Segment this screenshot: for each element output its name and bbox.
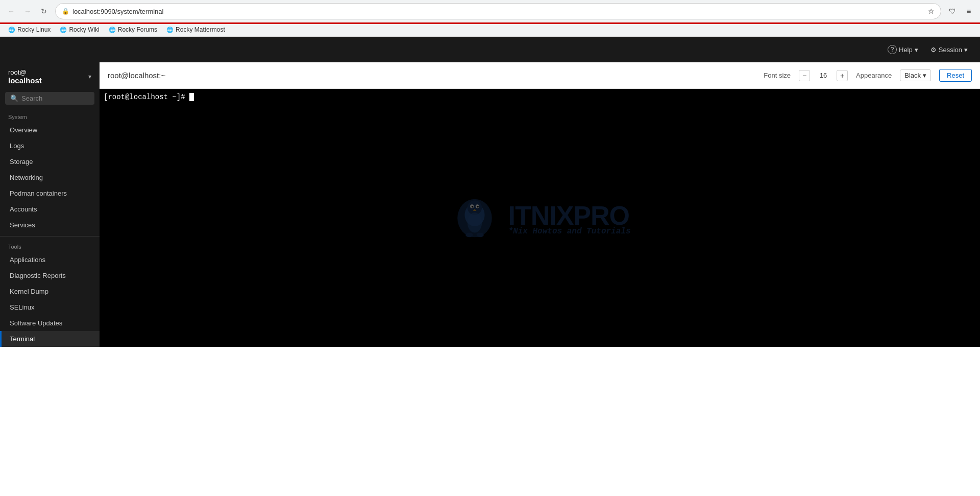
shield-button[interactable]: 🛡 (945, 4, 960, 18)
font-increase-button[interactable]: + (837, 70, 848, 81)
sidebar-item-label: SELinux (10, 303, 34, 311)
sidebar-item-label: Software Updates (10, 319, 62, 327)
svg-point-8 (467, 212, 481, 232)
sidebar-item-podman[interactable]: Podman containers (0, 185, 100, 201)
help-circle-icon: ? (888, 45, 897, 54)
terminal-title: root@localhost:~ (108, 71, 755, 80)
forward-button[interactable]: → (20, 4, 35, 18)
bookmark-rocky-linux[interactable]: 🌐 Rocky Linux (4, 25, 55, 34)
sidebar-item-label: Networking (10, 174, 43, 181)
cockpit-app: ? Help ▾ ⚙ Session ▾ root@ localhost ▾ (0, 37, 980, 347)
svg-point-0 (457, 199, 492, 237)
bookmark-label: Rocky Mattermost (176, 26, 225, 33)
sidebar-item-logs[interactable]: Logs (0, 138, 100, 154)
sidebar-item-label: Terminal (10, 335, 35, 343)
cockpit-body: root@ localhost ▾ 🔍 System Overview Logs… (0, 62, 980, 347)
search-icon: 🔍 (10, 95, 18, 102)
sidebar-section-system: System (0, 110, 100, 122)
search-input[interactable] (21, 95, 100, 102)
sidebar-item-label: Kernel Dump (10, 288, 48, 295)
svg-point-4 (475, 204, 479, 208)
sidebar-item-label: Storage (10, 158, 33, 166)
sidebar-username: root@ (8, 68, 42, 76)
sidebar-divider (0, 236, 100, 237)
browser-actions: 🛡 ≡ (945, 4, 976, 18)
sidebar-item-kernel-dump[interactable]: Kernel Dump (0, 284, 100, 299)
sidebar-search: 🔍 (0, 89, 100, 110)
bookmarks-bar: 🌐 Rocky Linux 🌐 Rocky Wiki 🌐 Rocky Forum… (0, 22, 980, 36)
appearance-select[interactable]: Black ▾ (900, 69, 931, 81)
globe-icon: 🌐 (8, 27, 15, 33)
security-icon: 🔒 (62, 8, 69, 15)
svg-point-10 (476, 232, 483, 237)
svg-point-6 (477, 206, 479, 208)
sidebar-item-services[interactable]: Services (0, 217, 100, 233)
back-button[interactable]: ← (4, 4, 18, 18)
gear-icon: ⚙ (930, 46, 937, 54)
sidebar-user-chevron-icon[interactable]: ▾ (88, 73, 91, 80)
sidebar-item-label: Accounts (10, 205, 37, 213)
watermark-tagline: *Nix Howtos and Tutorials (508, 227, 630, 236)
sidebar-hostname: localhost (8, 76, 42, 85)
svg-point-1 (464, 203, 484, 226)
session-button[interactable]: ⚙ Session ▾ (926, 43, 972, 57)
sidebar-item-label: Services (10, 221, 35, 229)
svg-point-3 (470, 204, 474, 208)
sidebar-item-applications[interactable]: Applications (0, 252, 100, 268)
sidebar-section-tools: Tools (0, 240, 100, 252)
sidebar-item-terminal[interactable]: Terminal (0, 331, 100, 347)
search-box[interactable]: 🔍 (5, 92, 94, 105)
sidebar-item-software-updates[interactable]: Software Updates (0, 315, 100, 331)
sidebar-item-storage[interactable]: Storage (0, 154, 100, 170)
svg-point-5 (471, 206, 473, 208)
sidebar-item-accounts[interactable]: Accounts (0, 201, 100, 217)
sidebar-item-networking[interactable]: Networking (0, 170, 100, 185)
globe-icon: 🌐 (60, 27, 67, 33)
session-chevron-icon: ▾ (964, 46, 968, 54)
bookmark-rocky-forums[interactable]: 🌐 Rocky Forums (105, 25, 161, 34)
sidebar-header: root@ localhost ▾ (0, 62, 100, 89)
svg-point-9 (465, 232, 473, 237)
refresh-button[interactable]: ↻ (37, 4, 51, 18)
bookmark-label: Rocky Forums (118, 26, 157, 33)
sidebar-item-label: Podman containers (10, 190, 67, 197)
terminal-prompt: [root@localhost ~]# (104, 93, 189, 101)
globe-icon: 🌐 (109, 27, 116, 33)
reset-button[interactable]: Reset (939, 69, 972, 82)
sidebar: root@ localhost ▾ 🔍 System Overview Logs… (0, 62, 100, 347)
browser-nav-buttons: ← → ↻ (4, 4, 51, 18)
main-content: root@localhost:~ Font size − 16 + Appear… (100, 62, 980, 347)
appearance-label: Appearance (856, 72, 892, 79)
sidebar-item-label: Logs (10, 142, 24, 150)
appearance-chevron-icon: ▾ (923, 72, 926, 79)
bookmark-rocky-mattermost[interactable]: 🌐 Rocky Mattermost (162, 25, 229, 34)
help-label: Help (899, 46, 913, 54)
sidebar-item-label: Diagnostic Reports (10, 272, 66, 279)
help-chevron-icon: ▾ (915, 46, 918, 54)
sidebar-item-label: Applications (10, 256, 45, 264)
menu-button[interactable]: ≡ (962, 4, 976, 18)
sidebar-item-selinux[interactable]: SELinux (0, 299, 100, 315)
terminal-header: root@localhost:~ Font size − 16 + Appear… (100, 62, 980, 89)
browser-toolbar: ← → ↻ 🔒 ☆ 🛡 ≡ (0, 0, 980, 22)
bookmark-rocky-wiki[interactable]: 🌐 Rocky Wiki (56, 25, 103, 34)
globe-icon: 🌐 (166, 27, 174, 33)
watermark-penguin-icon (449, 198, 500, 239)
appearance-value: Black (904, 72, 921, 79)
terminal-cursor (189, 93, 194, 101)
session-label: Session (939, 46, 962, 54)
watermark-brand: ITNIXPRO (508, 200, 630, 231)
bookmark-label: Rocky Wiki (69, 26, 99, 33)
help-button[interactable]: ? Help ▾ (884, 42, 922, 57)
sidebar-item-overview[interactable]: Overview (0, 122, 100, 138)
cockpit-topbar: ? Help ▾ ⚙ Session ▾ (0, 37, 980, 62)
bookmark-star-icon[interactable]: ☆ (928, 7, 935, 15)
watermark: ITNIXPRO *Nix Howtos and Tutorials (449, 198, 630, 239)
browser-chrome: ← → ↻ 🔒 ☆ 🛡 ≡ 🌐 Rocky Linux 🌐 Rocky Wiki… (0, 0, 980, 37)
terminal-body[interactable]: [root@localhost ~]# (100, 89, 980, 347)
sidebar-item-diagnostic[interactable]: Diagnostic Reports (0, 268, 100, 284)
font-decrease-button[interactable]: − (799, 70, 810, 81)
address-bar[interactable]: 🔒 ☆ (55, 3, 941, 19)
url-input[interactable] (72, 8, 925, 15)
font-size-label: Font size (764, 72, 791, 79)
